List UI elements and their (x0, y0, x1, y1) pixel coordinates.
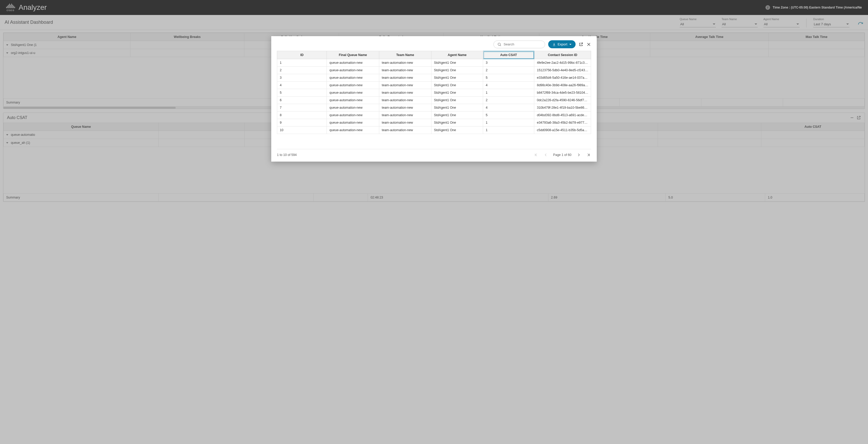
column-header[interactable]: Team Name (379, 51, 431, 59)
search-icon (497, 42, 501, 46)
column-header[interactable]: Agent Name (431, 51, 483, 59)
table-row[interactable]: 7queue-automation-newteam-automation-new… (277, 104, 591, 111)
search-field[interactable] (493, 40, 545, 48)
search-input[interactable] (503, 42, 541, 46)
download-icon (552, 43, 556, 46)
prev-page-button[interactable] (543, 152, 549, 158)
table-row[interactable]: 6queue-automation-newteam-automation-new… (277, 97, 591, 104)
table-row[interactable]: 9queue-automation-newteam-automation-new… (277, 119, 591, 127)
first-page-button[interactable] (533, 152, 538, 158)
popout-icon[interactable] (579, 42, 583, 47)
pager: 1 to 10 of 594 Page 1 of 60 (277, 149, 591, 158)
last-page-button[interactable] (586, 152, 591, 158)
close-icon[interactable] (586, 42, 591, 47)
modal-overlay[interactable]: Export IDFinal Queue NameTeam NameAgent … (0, 0, 868, 444)
pager-page-label: Page 1 of 60 (553, 153, 571, 157)
table-row[interactable]: 2queue-automation-newteam-automation-new… (277, 67, 591, 74)
table-row[interactable]: 8queue-automation-newteam-automation-new… (277, 111, 591, 119)
table-row[interactable]: 3queue-automation-newteam-automation-new… (277, 74, 591, 81)
column-header[interactable]: ID (277, 51, 327, 59)
svg-line-2 (500, 45, 501, 46)
pager-range: 1 to 10 of 594 (277, 153, 297, 157)
column-header[interactable]: Contact Session ID (534, 51, 591, 59)
table-row[interactable]: 4queue-automation-newteam-automation-new… (277, 81, 591, 89)
chevron-down-icon (569, 44, 571, 45)
svg-point-1 (498, 43, 500, 45)
detail-modal: Export IDFinal Queue NameTeam NameAgent … (271, 36, 597, 162)
column-header[interactable]: Final Queue Name (327, 51, 379, 59)
table-row[interactable]: 1queue-automation-newteam-automation-new… (277, 59, 591, 67)
column-header[interactable]: Auto CSAT (483, 51, 534, 59)
export-button[interactable]: Export (548, 40, 576, 48)
table-row[interactable]: 10queue-automation-newteam-automation-ne… (277, 127, 591, 134)
table-row[interactable]: 5queue-automation-newteam-automation-new… (277, 89, 591, 97)
next-page-button[interactable] (576, 152, 581, 158)
